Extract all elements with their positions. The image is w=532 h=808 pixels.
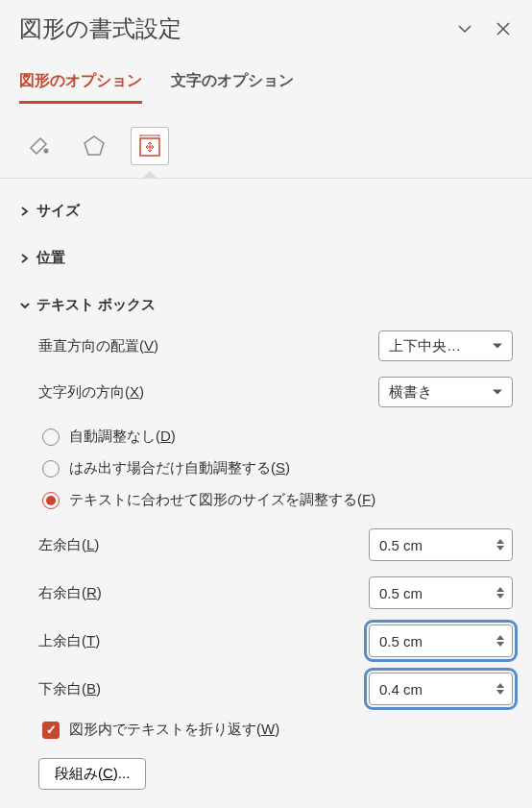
bottom-margin-input[interactable]: 0.4 cm (369, 673, 513, 705)
radio-label: はみ出す場合だけ自動調整する(S) (69, 459, 290, 477)
checkbox-icon (42, 722, 60, 739)
radio-no-autofit[interactable]: 自動調整なし(D) (38, 428, 513, 446)
tab-shape-options[interactable]: 図形のオプション (19, 71, 142, 104)
textdir-label: 文字列の方向(X) (38, 383, 144, 402)
spin-up-icon[interactable] (496, 683, 504, 688)
format-shape-pane: 図形の書式設定 図形のオプション 文字のオプション (0, 0, 532, 803)
radio-icon (42, 428, 60, 446)
radio-label: テキストに合わせて図形のサイズを調整する(F) (69, 491, 375, 509)
top-margin-value: 0.5 cm (379, 633, 423, 649)
effects-button[interactable] (75, 127, 113, 165)
top-margin-label: 上余白(T) (38, 632, 100, 650)
spin-up-icon[interactable] (496, 635, 504, 640)
size-properties-button[interactable] (131, 127, 169, 165)
radio-resize-shape[interactable]: テキストに合わせて図形のサイズを調整する(F) (38, 491, 513, 509)
spinner-buttons (496, 587, 504, 599)
right-margin-value: 0.5 cm (379, 585, 423, 601)
wrap-text-checkbox[interactable]: 図形内でテキストを折り返す(W) (38, 721, 513, 739)
top-margin-input[interactable]: 0.5 cm (369, 624, 513, 657)
radio-label: 自動調整なし(D) (69, 428, 176, 446)
bottom-margin-label: 下余白(B) (38, 680, 101, 698)
section-header-size[interactable]: サイズ (19, 196, 513, 226)
row-left-margin: 左余白(L) 0.5 cm (38, 528, 513, 561)
section-position: 位置 (19, 243, 513, 273)
tab-bar: 図形のオプション 文字のオプション (19, 71, 513, 104)
row-bottom-margin: 下余白(B) 0.4 cm (38, 673, 513, 705)
close-icon[interactable] (494, 19, 513, 38)
row-valign: 垂直方向の配置(V) 上下中央… (38, 330, 513, 362)
paint-bucket-icon (24, 132, 53, 160)
tab-text-options[interactable]: 文字のオプション (171, 71, 294, 104)
row-right-margin: 右余白(R) 0.5 cm (38, 576, 513, 609)
textdir-select[interactable]: 横書き (378, 377, 513, 407)
spin-up-icon[interactable] (496, 587, 504, 592)
category-toolbar (19, 127, 513, 179)
spinner-buttons (496, 635, 504, 647)
svg-point-0 (44, 149, 49, 154)
spin-down-icon[interactable] (496, 594, 504, 599)
right-margin-input[interactable]: 0.5 cm (369, 576, 513, 609)
section-label-textbox: テキスト ボックス (36, 296, 156, 314)
radio-shrink-overflow[interactable]: はみ出す場合だけ自動調整する(S) (38, 459, 513, 477)
spinner-buttons (496, 683, 504, 695)
spin-down-icon[interactable] (496, 642, 504, 647)
columns-button[interactable]: 段組み(C)... (38, 758, 146, 790)
chevron-down-icon (19, 300, 31, 311)
size-properties-icon (136, 133, 163, 159)
left-margin-label: 左余白(L) (38, 536, 99, 554)
spin-down-icon[interactable] (496, 690, 504, 695)
radio-icon (42, 460, 60, 477)
pane-header: 図形の書式設定 (19, 13, 513, 44)
chevron-right-icon (19, 206, 31, 217)
pane-title: 図形の書式設定 (19, 13, 181, 44)
section-header-position[interactable]: 位置 (19, 243, 513, 273)
right-margin-label: 右余白(R) (38, 584, 102, 602)
textdir-value: 横書き (389, 383, 432, 402)
spin-up-icon[interactable] (496, 539, 504, 544)
row-top-margin: 上余白(T) 0.5 cm (38, 624, 513, 657)
bottom-margin-value: 0.4 cm (379, 681, 423, 698)
wrap-label: 図形内でテキストを折り返す(W) (69, 721, 279, 739)
section-label-position: 位置 (36, 249, 65, 267)
left-margin-value: 0.5 cm (379, 537, 423, 553)
section-textbox: テキスト ボックス 垂直方向の配置(V) 上下中央… 文字列の方向(X) 横書き… (19, 290, 513, 790)
left-margin-input[interactable]: 0.5 cm (369, 528, 513, 561)
row-textdir: 文字列の方向(X) 横書き (38, 376, 513, 408)
header-controls (455, 19, 513, 38)
pentagon-icon (80, 132, 109, 160)
spinner-buttons (496, 539, 504, 551)
fill-line-button[interactable] (19, 127, 58, 165)
valign-value: 上下中央… (389, 337, 461, 355)
valign-label: 垂直方向の配置(V) (38, 337, 158, 355)
spin-down-icon[interactable] (496, 546, 504, 551)
textbox-body: 垂直方向の配置(V) 上下中央… 文字列の方向(X) 横書き 自動調整なし(D)… (19, 320, 513, 790)
chevron-right-icon (19, 253, 31, 264)
collapse-icon[interactable] (455, 19, 474, 38)
valign-select[interactable]: 上下中央… (378, 331, 513, 361)
section-label-size: サイズ (36, 202, 80, 220)
radio-icon (42, 492, 60, 509)
section-header-textbox[interactable]: テキスト ボックス (19, 290, 513, 320)
section-size: サイズ (19, 196, 513, 226)
